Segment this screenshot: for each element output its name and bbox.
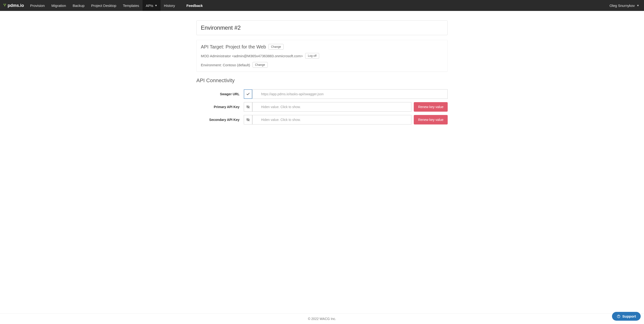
nav-project-desktop[interactable]: Project Desktop: [88, 0, 120, 11]
eye-off-icon: [246, 105, 250, 109]
secondary-key-label: Secondary API Key: [196, 118, 244, 122]
secondary-key-row: Secondary API Key Hiden value. Click to …: [196, 115, 448, 124]
primary-key-row: Primary API Key Hiden value. Click to sh…: [196, 102, 448, 112]
swagger-url-input[interactable]: https://app.pdms.io/tasks-api/swagger.js…: [252, 89, 448, 99]
renew-primary-button[interactable]: Renew key value: [414, 102, 448, 112]
svg-point-1: [5, 4, 6, 5]
brand-logo[interactable]: pdms.io: [0, 0, 27, 11]
user-name: Oleg Snurnykov: [610, 4, 635, 8]
primary-key-label: Primary API Key: [196, 105, 244, 109]
chevron-down-icon: ▼: [637, 4, 639, 7]
page-title: Environment #2: [196, 21, 448, 35]
nav-items: Provision Migration Backup Project Deskt…: [27, 0, 206, 11]
nav-feedback[interactable]: Feedback: [183, 0, 206, 11]
change-target-button[interactable]: Change: [268, 44, 284, 50]
brand-text: pdms.io: [8, 3, 24, 8]
svg-point-0: [4, 4, 4, 5]
nav-provision[interactable]: Provision: [27, 0, 48, 11]
toggle-visibility-primary-button[interactable]: [244, 102, 252, 112]
top-nav: pdms.io Provision Migration Backup Proje…: [0, 0, 644, 11]
nav-migration[interactable]: Migration: [48, 0, 70, 11]
svg-point-2: [4, 5, 5, 6]
eye-off-icon: [246, 118, 250, 122]
main-container: Environment #2 API Target: Project for t…: [192, 21, 452, 124]
connectivity-title: API Connectivity: [196, 77, 448, 84]
primary-key-input[interactable]: Hiden value. Click to show.: [252, 102, 412, 112]
nav-apis[interactable]: APIs ▼: [142, 0, 161, 11]
environment-line: Environment: Contoso (default): [201, 63, 250, 67]
logo-icon: [3, 3, 7, 8]
chevron-down-icon: ▼: [154, 4, 157, 7]
swagger-url-label: Swager URL: [196, 92, 244, 96]
nav-history[interactable]: History: [160, 0, 178, 11]
admin-line: MOD Administrator <admin@M365x47363883.o…: [201, 54, 303, 58]
user-menu[interactable]: Oleg Snurnykov ▼: [605, 0, 644, 11]
renew-secondary-button[interactable]: Renew key value: [414, 115, 448, 124]
logoff-button[interactable]: Log off: [305, 53, 319, 59]
secondary-key-input[interactable]: Hiden value. Click to show.: [252, 115, 412, 124]
toggle-visibility-secondary-button[interactable]: [244, 115, 252, 124]
check-icon: [246, 92, 250, 96]
copy-swagger-button[interactable]: [244, 89, 252, 99]
nav-backup[interactable]: Backup: [69, 0, 88, 11]
target-info-block: API Target: Project for the Web Change M…: [196, 40, 448, 72]
change-environment-button[interactable]: Change: [252, 62, 268, 68]
swagger-url-row: Swager URL https://app.pdms.io/tasks-api…: [196, 89, 448, 99]
api-target-label: API Target: Project for the Web: [201, 44, 266, 50]
nav-templates[interactable]: Templates: [120, 0, 142, 11]
title-panel: Environment #2: [196, 21, 448, 35]
